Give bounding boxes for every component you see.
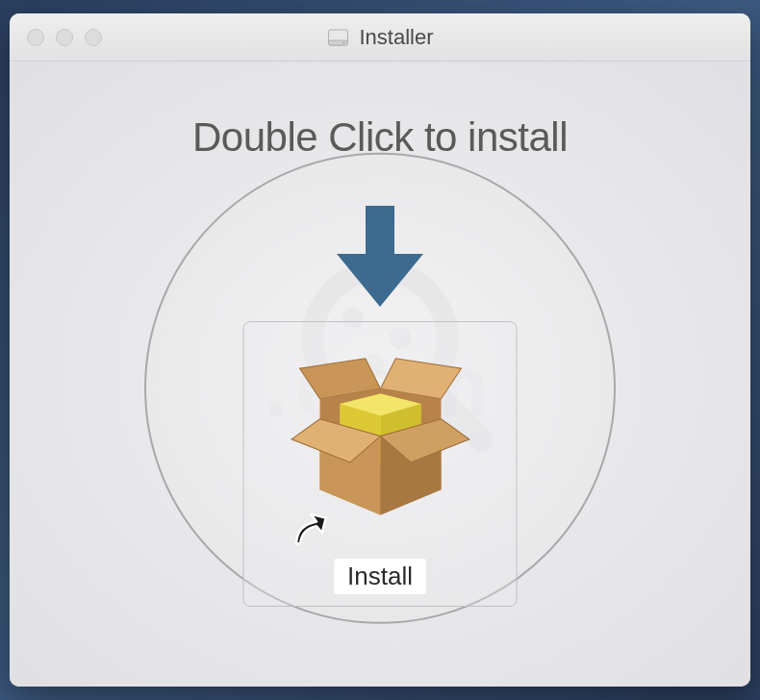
disk-icon [326, 26, 349, 49]
traffic-lights [27, 29, 102, 46]
window-title: Installer [359, 25, 433, 50]
shortcut-arrow-icon [291, 512, 327, 549]
svg-rect-1 [328, 40, 347, 45]
close-button[interactable] [27, 29, 44, 46]
install-label: Install [334, 559, 426, 594]
package-icon [269, 334, 491, 555]
window-content: .com Double Click to install [10, 62, 750, 687]
installer-window: Installer .com Double Click to install [10, 13, 750, 687]
title-container: Installer [326, 25, 433, 50]
titlebar: Installer [10, 13, 750, 62]
install-target[interactable]: Install [243, 321, 518, 607]
minimize-button[interactable] [56, 29, 73, 46]
maximize-button[interactable] [85, 29, 102, 46]
down-arrow-icon [332, 206, 428, 315]
svg-point-2 [343, 41, 345, 43]
